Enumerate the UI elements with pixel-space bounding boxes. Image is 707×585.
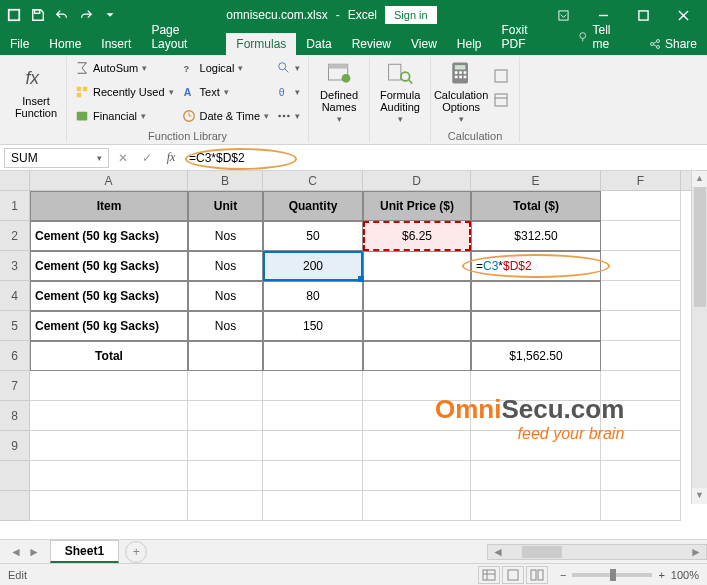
cell[interactable]: Nos bbox=[188, 281, 263, 311]
cell[interactable] bbox=[263, 371, 363, 401]
date-time-button[interactable]: Date & Time▾ bbox=[180, 105, 272, 127]
row-header[interactable]: 5 bbox=[0, 311, 30, 341]
zoom-slider[interactable] bbox=[572, 573, 652, 577]
row-header[interactable]: 1 bbox=[0, 191, 30, 221]
cell[interactable]: 150 bbox=[263, 311, 363, 341]
calc-now-icon[interactable] bbox=[489, 65, 513, 87]
tab-formulas[interactable]: Formulas bbox=[226, 33, 296, 55]
formula-auditing-button[interactable]: Formula Auditing▾ bbox=[376, 57, 424, 127]
sign-in-button[interactable]: Sign in bbox=[385, 6, 437, 24]
cell[interactable] bbox=[263, 431, 363, 461]
cell[interactable] bbox=[263, 401, 363, 431]
row-header[interactable]: 9 bbox=[0, 431, 30, 461]
cell[interactable] bbox=[363, 341, 471, 371]
add-sheet-button[interactable]: + bbox=[125, 541, 147, 563]
cell[interactable] bbox=[601, 251, 681, 281]
insert-function-button[interactable]: fx Insert Function bbox=[12, 57, 60, 127]
col-header-a[interactable]: A bbox=[30, 171, 188, 190]
cell[interactable] bbox=[363, 461, 471, 491]
row-header[interactable]: 2 bbox=[0, 221, 30, 251]
tell-me[interactable]: Tell me bbox=[567, 19, 639, 55]
cell[interactable]: Nos bbox=[188, 221, 263, 251]
cell[interactable] bbox=[601, 281, 681, 311]
scroll-down-icon[interactable]: ▼ bbox=[692, 488, 707, 504]
cell[interactable] bbox=[188, 341, 263, 371]
cell[interactable] bbox=[601, 191, 681, 221]
sheet-nav[interactable]: ◄► bbox=[0, 545, 50, 559]
enter-icon[interactable]: ✓ bbox=[135, 151, 159, 165]
next-sheet-icon[interactable]: ► bbox=[28, 545, 40, 559]
cell[interactable] bbox=[263, 491, 363, 521]
cell[interactable] bbox=[188, 491, 263, 521]
cell[interactable] bbox=[188, 371, 263, 401]
zoom-level[interactable]: 100% bbox=[671, 569, 699, 581]
cell[interactable]: Cement (50 kg Sacks) bbox=[30, 311, 188, 341]
cell[interactable]: Nos bbox=[188, 311, 263, 341]
cell[interactable]: Unit Price ($) bbox=[363, 191, 471, 221]
cell[interactable] bbox=[30, 461, 188, 491]
vertical-scrollbar[interactable]: ▲ ▼ bbox=[691, 171, 707, 504]
text-button[interactable]: AText▾ bbox=[180, 81, 272, 103]
cell[interactable] bbox=[471, 491, 601, 521]
cell[interactable]: Total bbox=[30, 341, 188, 371]
scroll-right-icon[interactable]: ► bbox=[686, 545, 706, 559]
cell[interactable]: $312.50 bbox=[471, 221, 601, 251]
cell[interactable]: 80 bbox=[263, 281, 363, 311]
row-header[interactable]: 6 bbox=[0, 341, 30, 371]
tab-file[interactable]: File bbox=[0, 33, 39, 55]
cell[interactable]: Item bbox=[30, 191, 188, 221]
financial-button[interactable]: Financial▾ bbox=[73, 105, 176, 127]
cell[interactable]: Quantity bbox=[263, 191, 363, 221]
normal-view-icon[interactable] bbox=[478, 566, 500, 584]
fx-icon[interactable]: fx bbox=[159, 150, 183, 165]
sheet-tab[interactable]: Sheet1 bbox=[50, 540, 119, 563]
cell[interactable] bbox=[30, 431, 188, 461]
prev-sheet-icon[interactable]: ◄ bbox=[10, 545, 22, 559]
col-header-c[interactable]: C bbox=[263, 171, 363, 190]
defined-names-button[interactable]: Defined Names▾ bbox=[315, 57, 363, 127]
cell-c3-referenced[interactable]: 200 bbox=[263, 251, 363, 281]
cell[interactable] bbox=[363, 311, 471, 341]
cell[interactable] bbox=[601, 341, 681, 371]
cell[interactable]: Cement (50 kg Sacks) bbox=[30, 221, 188, 251]
cell-e3-editing[interactable]: =C3*$D$2 bbox=[471, 251, 601, 281]
cell[interactable]: Nos bbox=[188, 251, 263, 281]
row-header[interactable]: 7 bbox=[0, 371, 30, 401]
cell[interactable] bbox=[601, 311, 681, 341]
cell[interactable] bbox=[263, 461, 363, 491]
cell[interactable] bbox=[363, 251, 471, 281]
row-header[interactable]: 3 bbox=[0, 251, 30, 281]
cell[interactable] bbox=[188, 401, 263, 431]
row-header[interactable] bbox=[0, 461, 30, 491]
cell[interactable] bbox=[188, 431, 263, 461]
scroll-thumb[interactable] bbox=[694, 187, 706, 307]
col-header-f[interactable]: F bbox=[601, 171, 681, 190]
close-icon[interactable] bbox=[663, 0, 703, 30]
cell[interactable] bbox=[601, 221, 681, 251]
cell[interactable]: Cement (50 kg Sacks) bbox=[30, 281, 188, 311]
cell[interactable] bbox=[363, 281, 471, 311]
math-trig-button[interactable]: θ▾ bbox=[275, 81, 302, 103]
cell[interactable] bbox=[601, 461, 681, 491]
recently-used-button[interactable]: Recently Used▾ bbox=[73, 81, 176, 103]
cell[interactable]: 50 bbox=[263, 221, 363, 251]
scroll-left-icon[interactable]: ◄ bbox=[488, 545, 508, 559]
row-header[interactable]: 4 bbox=[0, 281, 30, 311]
tab-page-layout[interactable]: Page Layout bbox=[141, 19, 226, 55]
more-functions-button[interactable]: ▾ bbox=[275, 105, 302, 127]
horizontal-scrollbar[interactable]: ◄► bbox=[487, 544, 707, 560]
row-header[interactable]: 8 bbox=[0, 401, 30, 431]
tab-data[interactable]: Data bbox=[296, 33, 341, 55]
autosum-button[interactable]: AutoSum▾ bbox=[73, 57, 176, 79]
tab-help[interactable]: Help bbox=[447, 33, 492, 55]
cell[interactable] bbox=[263, 341, 363, 371]
scroll-up-icon[interactable]: ▲ bbox=[692, 171, 707, 187]
save-icon[interactable] bbox=[28, 5, 48, 25]
calc-sheet-icon[interactable] bbox=[489, 89, 513, 111]
col-header-d[interactable]: D bbox=[363, 171, 471, 190]
name-box[interactable]: SUM▾ bbox=[4, 148, 109, 168]
page-layout-view-icon[interactable] bbox=[502, 566, 524, 584]
formula-input[interactable]: =C3*$D$2 bbox=[183, 149, 707, 167]
cell[interactable]: Cement (50 kg Sacks) bbox=[30, 251, 188, 281]
undo-icon[interactable] bbox=[52, 5, 72, 25]
